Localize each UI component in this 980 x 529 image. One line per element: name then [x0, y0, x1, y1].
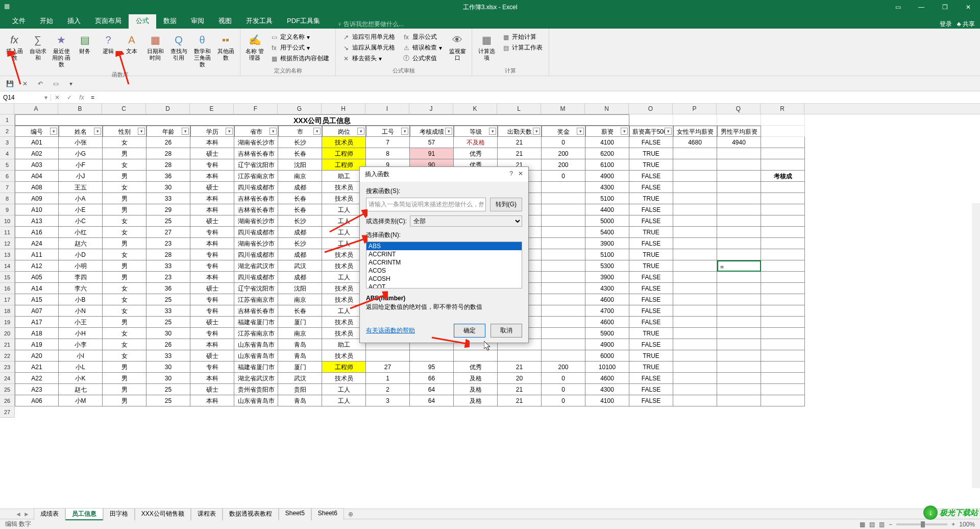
data-cell[interactable]	[366, 350, 410, 362]
data-cell[interactable]: 23	[146, 272, 190, 283]
data-cell[interactable]: 长春	[278, 305, 322, 317]
data-cell[interactable]: 小王	[59, 317, 103, 328]
data-cell[interactable]: A22	[15, 373, 59, 384]
row-header[interactable]: 24	[0, 373, 14, 384]
data-cell[interactable]	[761, 328, 805, 339]
data-cell[interactable]: 湖南省长沙市	[234, 215, 278, 227]
data-cell[interactable]: A17	[15, 317, 59, 328]
data-cell[interactable]: 成都	[278, 249, 322, 260]
data-cell[interactable]	[542, 238, 585, 249]
data-cell[interactable]	[717, 182, 761, 193]
row-header[interactable]: 16	[0, 283, 14, 294]
data-cell[interactable]: 女	[103, 305, 146, 317]
filter-button[interactable]: ▾	[182, 128, 189, 135]
function-list-item[interactable]: ACOS	[366, 267, 522, 275]
data-cell[interactable]	[761, 215, 805, 227]
data-cell[interactable]: 优秀	[454, 362, 498, 373]
column-header-cell[interactable]: 市▾	[278, 126, 322, 137]
data-cell[interactable]: 女	[103, 182, 146, 193]
data-cell[interactable]: 25	[146, 384, 190, 395]
sheet-tab[interactable]: 员工信息	[65, 508, 103, 520]
data-cell[interactable]: 吉林省长春市	[234, 193, 278, 204]
share-button[interactable]: ♣ 共享	[957, 20, 975, 29]
data-cell[interactable]	[761, 305, 805, 317]
data-cell[interactable]: 专科	[190, 249, 234, 260]
data-cell[interactable]: 4940	[717, 137, 761, 148]
data-cell[interactable]	[673, 193, 717, 204]
row-header[interactable]: 8	[0, 193, 14, 204]
data-cell[interactable]: 江苏省南京市	[234, 294, 278, 305]
data-cell[interactable]: A03	[15, 159, 59, 171]
data-cell[interactable]: 4300	[585, 182, 629, 193]
data-cell[interactable]	[542, 350, 585, 362]
data-cell[interactable]: FALSE	[629, 272, 673, 283]
data-cell[interactable]: 女	[103, 227, 146, 238]
column-header-cell[interactable]: 奖金▾	[542, 126, 585, 137]
data-cell[interactable]	[542, 215, 585, 227]
data-cell[interactable]: 本科	[190, 272, 234, 283]
data-cell[interactable]: 6000	[585, 350, 629, 362]
function-list[interactable]: ABSACCRINTACCRINTMACOSACOSHACOTACOTH	[366, 242, 522, 288]
data-cell[interactable]: TRUE	[629, 148, 673, 159]
data-cell[interactable]: 4100	[585, 137, 629, 148]
filter-button[interactable]: ▾	[489, 128, 496, 135]
filter-button[interactable]: ▾	[94, 128, 101, 135]
data-cell[interactable]	[717, 159, 761, 171]
data-cell[interactable]	[717, 339, 761, 350]
logical-button[interactable]: ?逻辑	[97, 31, 119, 70]
data-cell[interactable]: 200	[542, 362, 585, 373]
data-cell[interactable]: 湖南省长沙市	[234, 238, 278, 249]
morefn-button[interactable]: ▪▪其他函数	[214, 31, 237, 70]
data-cell[interactable]	[542, 272, 585, 283]
data-cell[interactable]: 贵阳	[278, 384, 322, 395]
preview-icon[interactable]: ▭	[51, 79, 60, 88]
data-cell[interactable]: 专科	[190, 159, 234, 171]
data-cell[interactable]	[498, 350, 542, 362]
data-cell[interactable]: 女	[103, 328, 146, 339]
data-cell[interactable]: 青岛	[278, 395, 322, 406]
view-layout-icon[interactable]: ▤	[869, 521, 875, 528]
data-cell[interactable]: 21	[498, 395, 542, 406]
data-cell[interactable]	[673, 283, 717, 294]
data-cell[interactable]: 本科	[190, 137, 234, 148]
data-cell[interactable]	[673, 215, 717, 227]
ribbon-options-icon[interactable]: ▭	[886, 0, 910, 14]
data-cell[interactable]: 青岛	[278, 339, 322, 350]
data-cell[interactable]	[673, 395, 717, 406]
data-cell[interactable]: 王五	[59, 182, 103, 193]
data-cell[interactable]: A14	[15, 283, 59, 294]
data-cell[interactable]: 不及格	[454, 137, 498, 148]
data-cell[interactable]: 山东省青岛市	[234, 339, 278, 350]
sheet-tab[interactable]: 田字格	[103, 508, 135, 520]
calc-options-button[interactable]: ▦计算选项	[475, 31, 498, 66]
data-cell[interactable]	[673, 328, 717, 339]
data-cell[interactable]	[717, 193, 761, 204]
data-cell[interactable]: 4680	[673, 137, 717, 148]
data-cell[interactable]: 及格	[454, 395, 498, 406]
tab-view[interactable]: 视图	[211, 13, 239, 29]
data-cell[interactable]: 专科	[190, 328, 234, 339]
data-cell[interactable]	[717, 272, 761, 283]
data-cell[interactable]: 0	[542, 137, 585, 148]
data-cell[interactable]: 66	[410, 373, 454, 384]
data-cell[interactable]: 男	[103, 395, 146, 406]
data-cell[interactable]	[761, 373, 805, 384]
row-header[interactable]: 22	[0, 350, 14, 362]
save-icon[interactable]: 💾	[5, 79, 14, 88]
data-cell[interactable]: TRUE	[629, 350, 673, 362]
text-button[interactable]: A文本	[120, 31, 143, 70]
data-cell[interactable]: 技术员	[322, 373, 366, 384]
data-cell[interactable]	[673, 350, 717, 362]
function-list-item[interactable]: ACOSH	[366, 275, 522, 283]
zoom-level[interactable]: 100%	[959, 521, 975, 528]
data-cell[interactable]: A07	[15, 305, 59, 317]
data-cell[interactable]: 2	[366, 384, 410, 395]
filter-button[interactable]: ▾	[621, 128, 628, 135]
data-cell[interactable]: 36	[146, 283, 190, 294]
tab-review[interactable]: 审阅	[184, 13, 211, 29]
data-cell[interactable]: 本科	[190, 395, 234, 406]
row-header[interactable]: 13	[0, 249, 14, 260]
tell-me[interactable]: ♀ 告诉我您想要做什么...	[337, 20, 404, 29]
data-cell[interactable]: 小A	[59, 193, 103, 204]
data-cell[interactable]	[542, 283, 585, 294]
